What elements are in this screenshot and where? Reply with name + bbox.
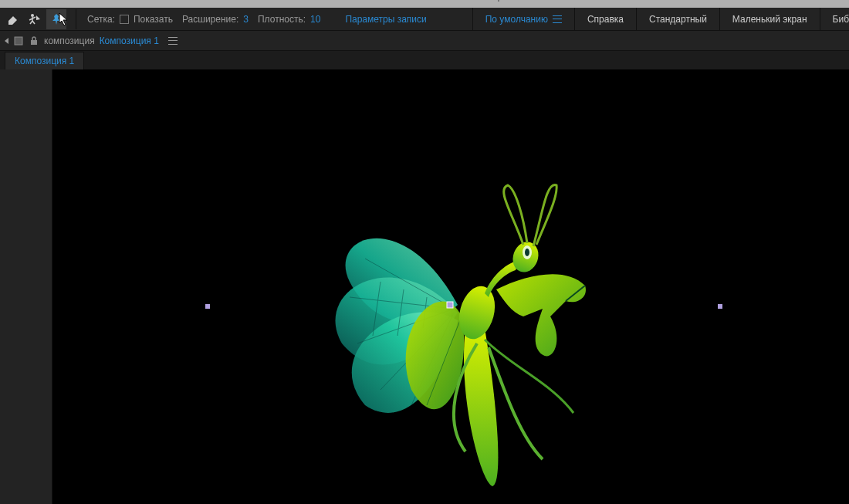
- canvas-artwork: [52, 69, 849, 504]
- expansion-label: Расширение:: [182, 14, 238, 25]
- expansion-value[interactable]: 3: [243, 14, 249, 25]
- lock-icon[interactable]: [29, 36, 39, 46]
- transform-handle-right[interactable]: [718, 304, 722, 309]
- record-params-link[interactable]: Параметры записи: [345, 14, 426, 25]
- density-option: Плотность: 10: [253, 14, 325, 25]
- composition-panel-header: композиция Композиция 1: [0, 31, 849, 51]
- show-label: Показать: [134, 14, 173, 25]
- menu-icon: [553, 15, 562, 23]
- svg-line-6: [30, 21, 32, 24]
- svg-rect-10: [15, 37, 22, 45]
- workspace-libraries[interactable]: Биб: [820, 8, 849, 31]
- svg-rect-11: [31, 40, 37, 45]
- window-title: Adobe After Effects CC 2019 - Безымянный…: [324, 0, 526, 2]
- svg-point-1: [31, 14, 34, 17]
- workspace-menus: По умолчанию Справка Стандартный Маленьк…: [472, 8, 849, 31]
- record-params[interactable]: Параметры записи: [340, 14, 431, 25]
- tab-row: Композиция 1: [0, 51, 849, 69]
- workspace-small-screen[interactable]: Маленький экран: [720, 8, 820, 31]
- svg-marker-8: [52, 14, 60, 25]
- window-titlebar: Adobe After Effects CC 2019 - Безымянный…: [0, 0, 849, 8]
- panel-menu-icon[interactable]: [168, 37, 178, 45]
- transform-handle-left[interactable]: [205, 304, 210, 309]
- divider: [76, 9, 76, 29]
- composition-viewer[interactable]: [52, 69, 849, 504]
- layer-square-icon: [13, 36, 24, 46]
- back-arrow-icon[interactable]: [5, 38, 8, 44]
- grid-option: Сетка: Показать: [83, 14, 178, 25]
- workspace-default-label: По умолчанию: [485, 14, 548, 25]
- workspace-default[interactable]: По умолчанию: [473, 8, 574, 31]
- left-panel: [0, 69, 52, 504]
- svg-rect-16: [447, 302, 453, 308]
- menu-help[interactable]: Справка: [575, 8, 636, 31]
- breadcrumb-prefix: композиция: [44, 36, 95, 46]
- density-label: Плотность:: [258, 14, 306, 25]
- breadcrumb-active[interactable]: Композиция 1: [100, 36, 159, 46]
- density-value[interactable]: 10: [310, 14, 320, 25]
- eraser-tool-icon[interactable]: [3, 9, 23, 29]
- pin-tool-icon[interactable]: [46, 9, 66, 29]
- workspace-standard[interactable]: Стандартный: [637, 8, 719, 31]
- expansion-option: Расширение: 3: [178, 14, 253, 25]
- puppet-tool-icon[interactable]: [25, 9, 45, 29]
- tool-icons: [0, 9, 69, 29]
- svg-point-15: [525, 249, 529, 256]
- show-grid-checkbox[interactable]: [120, 15, 129, 24]
- svg-marker-7: [36, 15, 40, 20]
- grid-label: Сетка:: [87, 14, 115, 25]
- toolbar: Сетка: Показать Расширение: 3 Плотность:…: [0, 8, 849, 31]
- tab-composition-1[interactable]: Композиция 1: [5, 52, 84, 69]
- svg-marker-0: [8, 16, 17, 25]
